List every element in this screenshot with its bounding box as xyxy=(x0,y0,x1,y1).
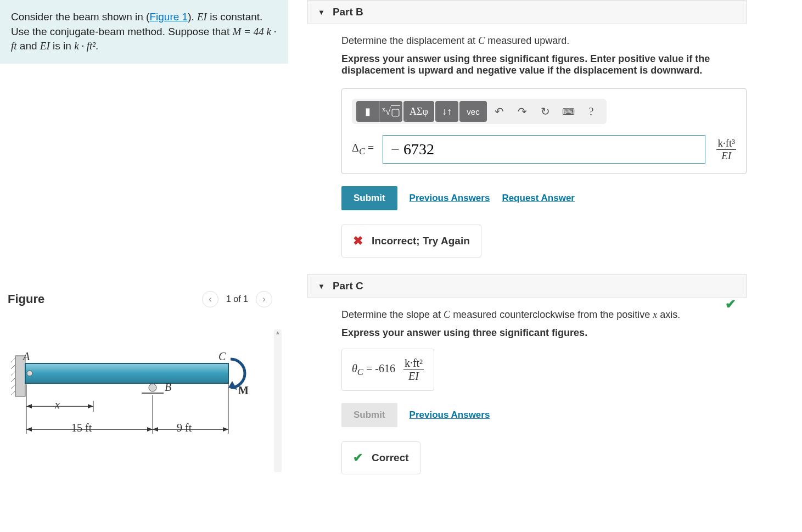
problem-text-1: Consider the beam shown in ( xyxy=(11,11,149,23)
figure-title: Figure xyxy=(8,292,44,306)
label-x: x xyxy=(55,399,60,411)
part-b-feedback: ✖ Incorrect; Try Again xyxy=(341,225,481,257)
part-b-request-answer[interactable]: Request Answer xyxy=(502,193,575,204)
svg-line-6 xyxy=(11,391,15,395)
part-b-feedback-text: Incorrect; Try Again xyxy=(372,235,470,247)
part-c-feedback-text: Correct xyxy=(372,452,409,464)
figure-scrollbar[interactable]: ▲ xyxy=(274,329,282,472)
problem-unit: k · ft² xyxy=(74,40,96,52)
figure-diagram: A B C M x 15 ft 9 ft xyxy=(0,324,263,467)
part-b-instruction: Express your answer using three signific… xyxy=(341,53,747,76)
part-b-q-pre: Determine the displacement at xyxy=(341,35,478,46)
problem-statement: Consider the beam shown in (Figure 1). E… xyxy=(0,0,288,64)
reset-icon[interactable]: ↻ xyxy=(534,101,556,122)
help-icon[interactable]: ? xyxy=(580,101,602,122)
caret-down-icon: ▼ xyxy=(318,282,325,290)
part-b-answer-area: ▮ x√▢ ΑΣφ ↓↑ vec ↶ ↷ ↻ ⌨ ? ΔC = k·ft³ EI xyxy=(341,88,747,174)
label-m: M xyxy=(238,384,249,397)
figure-nav: ‹ 1 of 1 › xyxy=(202,291,272,307)
delta-c-label: ΔC = xyxy=(352,142,374,157)
part-b-unit: k·ft³ EI xyxy=(716,137,736,162)
equation-toolbar: ▮ x√▢ ΑΣφ ↓↑ vec ↶ ↷ ↻ ⌨ ? xyxy=(352,99,607,124)
part-b-question: Determine the displacement at C measured… xyxy=(341,35,747,47)
part-c-q-pre: Determine the slope at xyxy=(341,309,444,320)
sqrt-icon[interactable]: x√▢ xyxy=(379,101,402,122)
svg-marker-24 xyxy=(223,427,228,432)
part-c-feedback: ✔ Correct xyxy=(341,441,420,474)
part-c-question: Determine the slope at C measured counte… xyxy=(341,309,747,321)
problem-text-2: ). xyxy=(188,11,197,23)
label-a: A xyxy=(23,350,30,363)
vector-icon[interactable]: vec xyxy=(459,101,487,122)
caret-down-icon: ▼ xyxy=(318,8,325,16)
incorrect-icon: ✖ xyxy=(353,234,363,248)
part-c-submit-button: Submit xyxy=(341,403,397,427)
problem-text-6: . xyxy=(96,40,98,52)
part-c-value: -616 xyxy=(375,362,395,374)
check-icon: ✔ xyxy=(725,296,736,312)
ei-symbol: EI xyxy=(197,11,207,23)
unit-bottom: EI xyxy=(716,150,736,162)
figure-link[interactable]: Figure 1 xyxy=(149,11,188,23)
part-b-header[interactable]: ▼ Part B xyxy=(307,0,747,24)
svg-marker-16 xyxy=(88,404,93,408)
label-c: C xyxy=(218,350,226,363)
greek-icon[interactable]: ΑΣφ xyxy=(403,101,434,122)
svg-marker-20 xyxy=(147,427,153,432)
subscript-icon[interactable]: ↓↑ xyxy=(435,101,458,122)
label-9ft: 9 ft xyxy=(177,422,192,434)
part-b-submit-button[interactable]: Submit xyxy=(341,186,397,210)
scroll-up-icon[interactable]: ▲ xyxy=(274,329,282,337)
part-c-answer-display: θC = -616 k·ft² EI xyxy=(341,349,434,391)
problem-text-4: and xyxy=(17,40,40,52)
part-b-q-post: measured upward. xyxy=(485,35,569,46)
svg-line-2 xyxy=(11,365,15,369)
part-b-answer-input[interactable] xyxy=(383,135,705,164)
part-c-unit-bottom: EI xyxy=(403,370,424,383)
eq-sign: = xyxy=(363,362,375,374)
unit-top: k·ft³ xyxy=(716,137,736,150)
ei-symbol-2: EI xyxy=(40,40,50,52)
keyboard-icon[interactable]: ⌨ xyxy=(557,101,579,122)
part-c-title: Part C xyxy=(333,280,363,292)
part-c-q-var: C xyxy=(444,309,450,320)
problem-text-5: is in xyxy=(50,40,74,52)
svg-marker-15 xyxy=(26,404,32,408)
figure-prev-button[interactable]: ‹ xyxy=(202,291,218,307)
template-icon[interactable]: ▮ xyxy=(356,101,379,122)
theta-sub: C xyxy=(357,367,363,377)
part-c-previous-answers[interactable]: Previous Answers xyxy=(410,410,490,421)
part-c-q-post: axis. xyxy=(657,309,680,320)
theta-symbol: θ xyxy=(352,362,357,374)
figure-next-button[interactable]: › xyxy=(256,291,272,307)
svg-line-4 xyxy=(11,378,15,382)
redo-icon[interactable]: ↷ xyxy=(511,101,533,122)
svg-line-5 xyxy=(11,384,15,389)
svg-rect-7 xyxy=(25,363,228,383)
svg-point-10 xyxy=(27,371,32,376)
figure-count: 1 of 1 xyxy=(226,294,248,304)
svg-marker-23 xyxy=(153,427,158,432)
svg-point-8 xyxy=(149,384,156,391)
part-b-q-var: C xyxy=(478,35,485,46)
svg-line-3 xyxy=(11,371,15,376)
svg-marker-19 xyxy=(26,427,32,432)
correct-icon: ✔ xyxy=(353,451,363,465)
part-c-unit-top: k·ft² xyxy=(403,357,424,370)
svg-line-1 xyxy=(11,358,15,362)
part-c-instruction: Express your answer using three signific… xyxy=(341,327,747,339)
undo-icon[interactable]: ↶ xyxy=(488,101,510,122)
label-b: B xyxy=(165,381,171,394)
part-c-header[interactable]: ▼ Part C ✔ xyxy=(307,274,747,298)
part-c-q-mid: measured counterclockwise from the posit… xyxy=(450,309,653,320)
part-b-previous-answers[interactable]: Previous Answers xyxy=(410,193,490,204)
label-15ft: 15 ft xyxy=(71,422,92,434)
part-b-title: Part B xyxy=(333,6,363,18)
